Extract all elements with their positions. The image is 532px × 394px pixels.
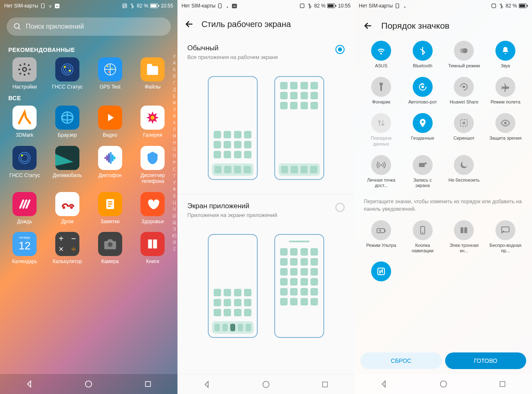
app-camera[interactable]: Камера bbox=[89, 232, 131, 264]
qs-tile-data[interactable]: Передача данных bbox=[360, 113, 402, 146]
alpha-letter[interactable]: Б bbox=[172, 67, 177, 74]
app-health[interactable]: Здоровье bbox=[131, 192, 174, 224]
back-arrow-icon[interactable] bbox=[184, 19, 194, 29]
search-bar[interactable]: Поиск приложений bbox=[7, 17, 171, 36]
nav-recent[interactable] bbox=[495, 377, 510, 392]
alpha-letter[interactable]: Х bbox=[172, 194, 177, 200]
app-gnss-status[interactable]: ГНСС Статус bbox=[46, 57, 89, 90]
qs-tile-wifi[interactable]: ASUS bbox=[360, 41, 402, 69]
app-drom[interactable]: Дром bbox=[46, 192, 89, 224]
nav-back[interactable] bbox=[200, 377, 214, 392]
alpha-letter[interactable]: И bbox=[172, 114, 177, 120]
app-files[interactable]: Файлы bbox=[131, 57, 174, 90]
alpha-letter[interactable]: Я bbox=[172, 240, 177, 246]
alpha-letter[interactable]: Ц bbox=[172, 200, 177, 207]
alpha-letter[interactable]: У bbox=[172, 180, 177, 187]
nav-home[interactable] bbox=[436, 377, 451, 392]
alpha-letter[interactable]: Э bbox=[172, 227, 177, 233]
qs-tile-bell[interactable]: Звук bbox=[485, 41, 526, 69]
nav-home[interactable] bbox=[81, 377, 96, 392]
alpha-letter[interactable]: Г bbox=[172, 81, 177, 87]
svg-point-5 bbox=[15, 24, 20, 29]
radio-standard[interactable] bbox=[335, 45, 345, 54]
qs-tile-label: Защита зрения bbox=[489, 135, 522, 141]
qs-tile-airplane[interactable]: Режим полета bbox=[485, 77, 526, 105]
nav-back[interactable] bbox=[22, 377, 37, 392]
app-gnss-status-2[interactable]: ГНСС Статус bbox=[3, 146, 46, 185]
qs-tile-rotate[interactable]: Автопово-рот bbox=[402, 77, 443, 105]
qs-tiles-extra: Режим УльтраКнопка навигацииЭлек-тронная… bbox=[355, 217, 532, 284]
alpha-letter[interactable]: Л bbox=[172, 127, 177, 133]
qs-tile-record[interactable]: Запись с экрана bbox=[402, 155, 443, 188]
alpha-letter[interactable]: Р bbox=[172, 160, 177, 167]
alpha-letter[interactable]: Т bbox=[172, 174, 177, 180]
qs-tile-moon[interactable]: Не беспокоить bbox=[443, 155, 485, 188]
qs-tile-flashlight[interactable]: Фонарик bbox=[360, 77, 402, 105]
ultra-icon bbox=[371, 220, 391, 240]
alpha-letter[interactable]: Щ bbox=[172, 220, 177, 227]
qs-tile-screenshot[interactable]: Скриншот bbox=[443, 113, 485, 146]
svg-point-58 bbox=[463, 48, 468, 53]
data-icon bbox=[371, 113, 391, 133]
nav-recent[interactable] bbox=[140, 377, 155, 392]
option-drawer[interactable]: Экран приложений Приложения на экране пр… bbox=[177, 194, 355, 222]
app-phone-dispatcher[interactable]: Диспетчер телефона bbox=[131, 146, 174, 185]
alpha-letter[interactable]: Ш bbox=[172, 214, 177, 220]
qs-tile-share[interactable]: Huawei Share bbox=[443, 77, 485, 105]
alpha-letter[interactable]: О bbox=[172, 147, 177, 153]
alpha-letter[interactable]: Д bbox=[172, 87, 177, 94]
app-books[interactable]: Книги bbox=[131, 232, 174, 264]
reset-button[interactable]: СБРОС bbox=[360, 352, 441, 369]
qs-tile-eye[interactable]: Защита зрения bbox=[485, 113, 526, 146]
alpha-letter[interactable]: К bbox=[172, 121, 177, 127]
alpha-letter[interactable]: Ж bbox=[172, 101, 177, 107]
nfc-icon bbox=[122, 3, 128, 9]
alpha-letter[interactable]: С bbox=[172, 167, 177, 173]
alpha-letter[interactable]: Ю bbox=[172, 234, 177, 240]
alpha-letter[interactable]: А bbox=[172, 61, 177, 67]
alpha-letter[interactable]: Е bbox=[172, 94, 177, 100]
app-calendar[interactable]: четверг12Календарь bbox=[3, 232, 46, 264]
svg-rect-49 bbox=[335, 5, 336, 7]
app-dictaphone[interactable]: Диктофон bbox=[89, 146, 131, 185]
qs-tile-ultra[interactable]: Режим Ультра bbox=[360, 220, 402, 254]
alpha-letter[interactable]: Н bbox=[172, 140, 177, 147]
qs-tile-label: Темный режим bbox=[448, 63, 480, 69]
qs-tile-nfc[interactable] bbox=[360, 261, 402, 281]
app-delimobil[interactable]: Делимобиль bbox=[46, 146, 89, 185]
app-settings[interactable]: Настройки bbox=[3, 57, 46, 90]
alpha-letter[interactable]: Ф bbox=[172, 187, 177, 193]
qs-tile-location[interactable]: Геоданные bbox=[402, 113, 443, 146]
qs-tile-cast[interactable]: Беспро-водная пр... bbox=[485, 220, 526, 254]
status-bar: Нет SIM-карты •• 82 % 10:55 bbox=[0, 0, 177, 12]
qs-tile-dark[interactable]: Темный режим bbox=[443, 41, 485, 69]
app-3dmark[interactable]: 3DMark bbox=[3, 106, 46, 138]
flashlight-icon bbox=[371, 77, 391, 97]
qs-tile-navkey[interactable]: Кнопка навигации bbox=[402, 220, 443, 254]
app-gps-test[interactable]: GPS Test bbox=[89, 57, 131, 90]
app-video[interactable]: Видео bbox=[89, 106, 131, 138]
alpha-index[interactable]: #АБВГДЕЖЗИКЛМНОПРСТУФХЦЧШЩЭЮЯZ bbox=[172, 54, 177, 253]
alpha-letter[interactable]: М bbox=[172, 134, 177, 140]
qs-tile-ebook[interactable]: Элек-тронная кн... bbox=[443, 220, 485, 254]
app-rain[interactable]: Дождь bbox=[3, 192, 46, 224]
nav-home[interactable] bbox=[259, 377, 273, 392]
alpha-letter[interactable]: Z bbox=[172, 247, 177, 253]
back-arrow-icon[interactable] bbox=[363, 21, 373, 31]
alpha-letter[interactable]: Ч bbox=[172, 207, 177, 213]
app-notes[interactable]: Заметки bbox=[89, 192, 131, 224]
alpha-letter[interactable]: # bbox=[172, 54, 177, 60]
qs-tile-bluetooth[interactable]: Bluetooth bbox=[402, 41, 443, 69]
alpha-letter[interactable]: П bbox=[172, 154, 177, 160]
app-browser[interactable]: Браузер bbox=[46, 106, 89, 138]
alpha-letter[interactable]: В bbox=[172, 74, 177, 80]
app-calculator[interactable]: +−×÷Калькулятор bbox=[46, 232, 89, 264]
nav-recent[interactable] bbox=[318, 377, 332, 392]
alpha-letter[interactable]: З bbox=[172, 107, 177, 113]
radio-drawer[interactable] bbox=[335, 203, 345, 212]
done-button[interactable]: ГОТОВО bbox=[445, 352, 526, 369]
qs-tile-hotspot[interactable]: Личная точка дост... bbox=[360, 155, 402, 188]
nav-back[interactable] bbox=[377, 377, 392, 392]
option-standard[interactable]: Обычный Все приложения на рабочем экране bbox=[177, 37, 355, 64]
app-gallery[interactable]: Галерея bbox=[131, 106, 174, 138]
